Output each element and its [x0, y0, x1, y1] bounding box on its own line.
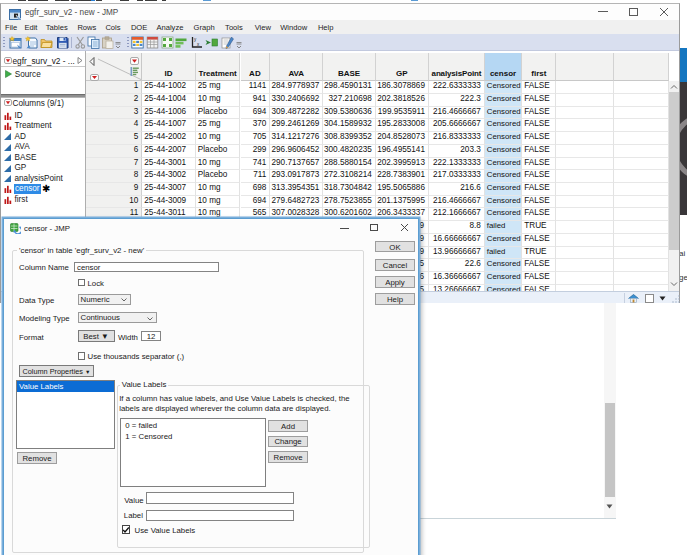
svg-text:x: x	[197, 42, 200, 47]
